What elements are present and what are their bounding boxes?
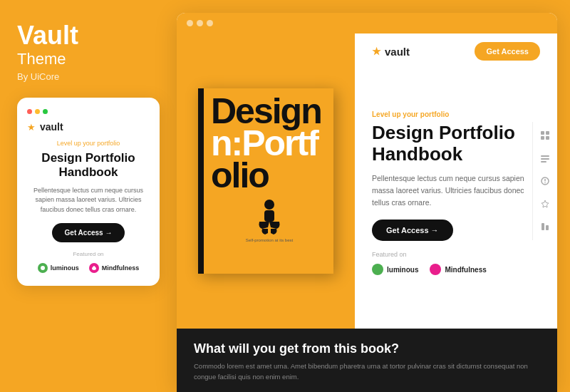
brand-subtitle: Theme xyxy=(17,50,160,68)
mobile-cta-button[interactable]: Get Access → xyxy=(52,223,125,242)
desktop-dot-1 xyxy=(187,20,193,26)
left-panel: Vault Theme By UiCore ★ vault Level up y… xyxy=(0,0,177,392)
svg-rect-8 xyxy=(541,158,549,160)
luminous-icon xyxy=(38,263,48,273)
desktop-sidebar-icons xyxy=(532,122,557,240)
mobile-heading: Design Portfolio Handbook xyxy=(27,151,150,180)
hero-cta-button[interactable]: Get Access → xyxy=(372,220,453,241)
mobile-nav: ★ vault xyxy=(27,121,150,133)
dot-yellow xyxy=(35,109,40,114)
desktop-content: Design n:Portf olio xyxy=(177,33,557,392)
desktop-hero: Design n:Portf olio xyxy=(177,33,557,329)
desktop-dot-2 xyxy=(197,20,203,26)
svg-point-12 xyxy=(544,182,546,184)
svg-rect-2 xyxy=(264,210,274,222)
desktop-bottom-section: What will you get from this book? Commod… xyxy=(177,329,557,392)
desktop-nav: ★ vault Get Access xyxy=(355,42,557,61)
svg-rect-9 xyxy=(541,161,546,163)
mobile-star-icon: ★ xyxy=(27,122,36,133)
mobile-window-dots xyxy=(27,109,150,114)
svg-rect-5 xyxy=(541,136,544,140)
svg-rect-13 xyxy=(542,223,544,230)
sidebar-icon-3[interactable] xyxy=(537,173,553,189)
mobile-logo-luminous: luminous xyxy=(38,263,79,273)
hero-logo-mindfulness: Mindfulness xyxy=(430,264,486,275)
mobile-logo: vault xyxy=(40,121,63,133)
brand-by: By UiCore xyxy=(17,71,160,82)
desktop-logo: ★ vault xyxy=(372,46,410,58)
svg-rect-3 xyxy=(541,131,544,135)
hero-logos: luminous Mindfulness xyxy=(372,264,540,275)
mindfulness-icon xyxy=(89,263,99,273)
dot-green xyxy=(43,109,48,114)
svg-rect-14 xyxy=(546,225,549,230)
hero-logo-luminous: luminous xyxy=(372,264,418,275)
desktop-window-dots xyxy=(187,20,213,26)
bottom-heading: What will you get from this book? xyxy=(194,341,540,356)
svg-rect-7 xyxy=(541,155,549,157)
hero-body-text: Pellentesque lectus cum neque cursus sap… xyxy=(372,172,540,208)
hero-book-area: Design n:Portf olio xyxy=(177,33,355,329)
hero-mindfulness-icon xyxy=(430,264,441,275)
svg-point-1 xyxy=(264,200,274,210)
sidebar-icon-2[interactable] xyxy=(537,150,553,166)
book-caption: Self-promotion at its best xyxy=(211,238,328,242)
mobile-preview-card: ★ vault Level up your portfolio Design P… xyxy=(17,98,160,286)
desktop-dot-3 xyxy=(207,20,213,26)
dot-red xyxy=(27,109,32,114)
desktop-nav-cta[interactable]: Get Access xyxy=(475,42,540,61)
mobile-logo-mindfulness: Mindfulness xyxy=(89,263,140,273)
brand-block: Vault Theme By UiCore xyxy=(17,23,160,82)
sidebar-icon-4[interactable] xyxy=(537,196,553,212)
desktop-titlebar xyxy=(177,13,557,33)
desktop-preview-panel: Design n:Portf olio xyxy=(177,13,557,392)
sidebar-icon-1[interactable] xyxy=(537,128,553,143)
svg-rect-4 xyxy=(546,131,549,135)
hero-luminous-icon xyxy=(372,264,383,275)
svg-point-0 xyxy=(41,266,45,270)
hero-tagline: Level up your portfolio xyxy=(372,110,540,118)
person-illustration xyxy=(248,197,291,237)
book-line3: olio xyxy=(211,155,269,195)
mobile-featured-label: Featured on xyxy=(27,251,150,257)
desktop-star-icon: ★ xyxy=(372,46,381,57)
mobile-tagline: Level up your portfolio xyxy=(27,140,150,147)
mobile-logos: luminous Mindfulness xyxy=(27,263,150,273)
bottom-body: Commodo lorem est amet urna. Amet bibend… xyxy=(194,361,540,382)
hero-heading: Design Portfolio Handbook xyxy=(372,123,540,165)
svg-rect-6 xyxy=(546,136,549,140)
sidebar-icon-5[interactable] xyxy=(537,219,553,234)
brand-title: Vault xyxy=(17,23,160,48)
hero-right-content: ★ vault Get Access Level up your portfol… xyxy=(355,33,557,329)
mobile-body: Pellentesque lectus cum neque cursus sap… xyxy=(27,186,150,215)
hero-featured-label: Featured on xyxy=(372,251,540,258)
